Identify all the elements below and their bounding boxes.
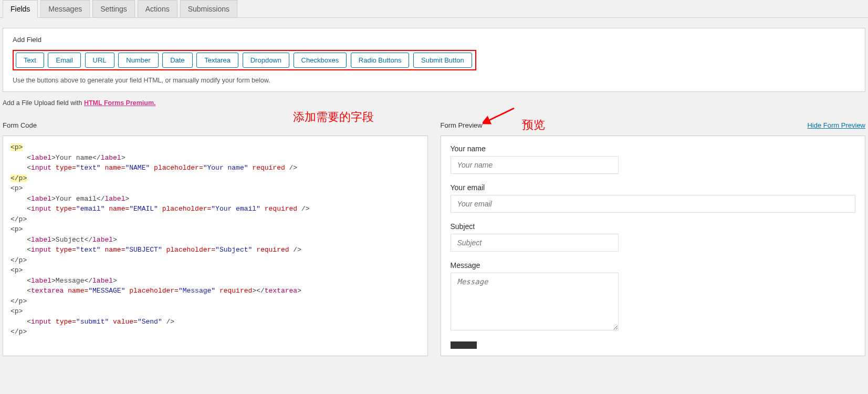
add-field-title: Add Field xyxy=(13,36,855,44)
form-preview-title: Form Preview xyxy=(441,121,483,129)
field-btn-email[interactable]: Email xyxy=(48,53,81,68)
preview-subject-input[interactable] xyxy=(451,234,619,252)
upload-note: Add a File Upload field with HTML Forms … xyxy=(3,99,865,107)
tab-messages[interactable]: Messages xyxy=(40,0,90,18)
hide-preview-link[interactable]: Hide Form Preview xyxy=(807,121,865,129)
code-editor[interactable]: <p> <label>Your name</label> <input type… xyxy=(3,136,428,356)
upload-note-text: Add a File Upload field with xyxy=(3,99,84,107)
tab-bar: Fields Messages Settings Actions Submiss… xyxy=(0,0,868,18)
field-btn-text[interactable]: Text xyxy=(16,53,44,68)
tab-fields[interactable]: Fields xyxy=(3,0,38,18)
tab-settings[interactable]: Settings xyxy=(92,0,135,18)
preview-email-input[interactable] xyxy=(451,195,856,213)
form-code-column: Form Code <p> <label>Your name</label> <… xyxy=(3,121,428,356)
upload-note-link[interactable]: HTML Forms Premium. xyxy=(84,99,156,107)
form-preview-column: 预览 Form Preview Hide Form Preview Your n… xyxy=(441,121,866,356)
field-btn-url[interactable]: URL xyxy=(85,53,114,68)
preview-name-label: Your name xyxy=(451,144,856,153)
svg-line-0 xyxy=(487,108,514,121)
preview-submit-button[interactable] xyxy=(451,341,477,349)
field-btn-textarea[interactable]: Textarea xyxy=(196,53,238,68)
field-help-text: Use the buttons above to generate your f… xyxy=(13,77,855,84)
preview-message-textarea[interactable] xyxy=(451,273,619,330)
preview-message-label: Message xyxy=(451,261,856,269)
field-btn-number[interactable]: Number xyxy=(118,53,158,68)
preview-name-input[interactable] xyxy=(451,156,619,174)
field-btn-checkboxes[interactable]: Checkboxes xyxy=(294,53,347,68)
field-buttons-highlight: Text Email URL Number Date Textarea Drop… xyxy=(13,50,476,70)
tab-actions[interactable]: Actions xyxy=(138,0,177,18)
preview-subject-label: Subject xyxy=(451,222,856,231)
preview-email-label: Your email xyxy=(451,183,856,192)
tab-submissions[interactable]: Submissions xyxy=(180,0,237,18)
field-btn-date[interactable]: Date xyxy=(162,53,192,68)
field-btn-submit[interactable]: Submit Button xyxy=(413,53,472,68)
add-field-panel: Add Field Text Email URL Number Date Tex… xyxy=(3,28,865,92)
field-btn-radio[interactable]: Radio Buttons xyxy=(351,53,410,68)
preview-box: Your name Your email Subject Message xyxy=(441,136,866,356)
form-code-title: Form Code xyxy=(3,121,428,129)
field-btn-dropdown[interactable]: Dropdown xyxy=(243,53,289,68)
